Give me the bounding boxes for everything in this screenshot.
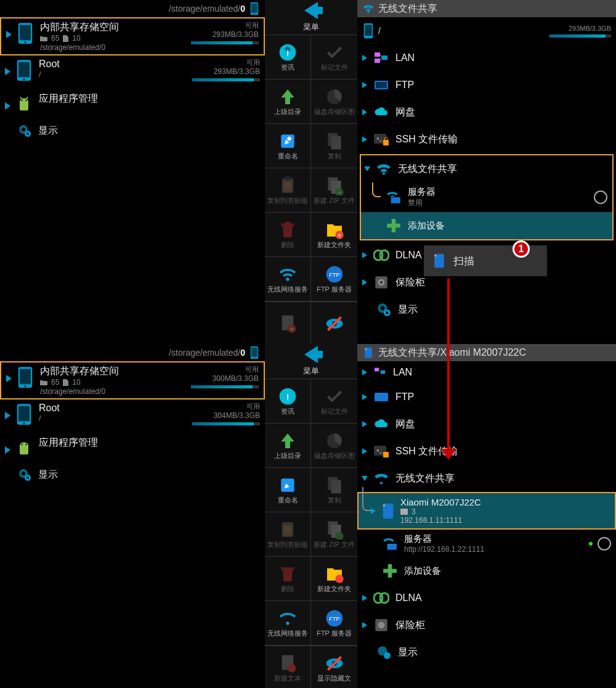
item-ssh[interactable]: >_SSH 文件传输: [357, 438, 616, 465]
item-cloud[interactable]: 网盘: [357, 411, 616, 438]
radio-toggle[interactable]: [594, 190, 607, 204]
storage-root[interactable]: Root/ 可用304MB/3.3GB: [0, 399, 265, 434]
tool-extra1[interactable]: +: [265, 301, 311, 346]
tool-up[interactable]: 上级目录: [265, 79, 311, 123]
expand-icon: [362, 252, 367, 258]
item-ftp[interactable]: FTP: [357, 72, 616, 99]
connector-line: [372, 182, 381, 197]
storage-name: 内部共享存储空间: [40, 21, 191, 33]
display-option[interactable]: 显示: [0, 118, 265, 143]
vault-icon: [373, 617, 389, 633]
tool-info[interactable]: i资讯: [265, 35, 311, 79]
svg-point-81: [22, 472, 25, 475]
svg-text:+: +: [337, 231, 341, 240]
expand-icon: [362, 421, 367, 427]
wifi-badge-icon: [382, 536, 398, 552]
back-button[interactable]: 菜单: [265, 344, 357, 379]
annotation-arrow: [447, 279, 450, 451]
item-server[interactable]: 服务器禁用: [361, 182, 612, 212]
storage-root[interactable]: Root / 可用 293MB/3.3GB: [0, 55, 265, 90]
item-display[interactable]: 显示: [357, 639, 616, 666]
tool-copy[interactable]: 复制: [311, 467, 357, 512]
display-option[interactable]: 显示: [0, 462, 265, 487]
item-xiaomi-device[interactable]: Xiaomi M2007J22C 3 192.168.1.11:1111: [357, 492, 616, 530]
item-add-device[interactable]: 添加设备: [357, 557, 616, 584]
item-display[interactable]: 显示: [357, 296, 616, 323]
wifi-icon: [376, 161, 392, 177]
storage-space: 293MB/3.3GB: [192, 67, 260, 76]
item-server[interactable]: 服务器http://192.168.1.22:1111: [357, 530, 616, 557]
tool-rename[interactable]: 重命名: [265, 123, 311, 168]
storage-internal[interactable]: 内部共享存储空间 6510 /storage/emulated/0 可用300M…: [0, 361, 265, 399]
storage-progress: [191, 41, 259, 44]
tool-zip[interactable]: 新建 ZIP 文件: [311, 512, 357, 556]
svg-point-79: [25, 444, 26, 445]
phone-star-icon: [381, 502, 395, 520]
tool-extra2[interactable]: [311, 301, 357, 346]
tool-copy[interactable]: 复制: [311, 123, 357, 168]
svg-point-8: [23, 78, 25, 80]
tool-disk[interactable]: 磁盘存储区图: [311, 79, 357, 123]
expand-icon: [362, 136, 367, 142]
ftp-icon: [373, 77, 389, 93]
tool-rename[interactable]: 重命名: [265, 467, 311, 512]
item-lan[interactable]: LAN: [357, 361, 616, 383]
top-toolbar: 菜单 i资讯 标记文件 上级目录 磁盘存储区图 重命名 复制 复制到剪贴板 +新…: [265, 0, 357, 344]
expand-icon: [6, 31, 12, 38]
tool-showhidden[interactable]: 显示隐藏文: [311, 645, 357, 688]
copy-icon: [325, 475, 344, 495]
storage-summary[interactable]: / 293MB/3.3GB: [357, 17, 616, 44]
item-lan[interactable]: LAN: [357, 44, 616, 72]
svg-rect-107: [375, 368, 379, 372]
item-ssh[interactable]: >_SSH 文件传输: [357, 126, 616, 153]
back-button[interactable]: 菜单: [265, 0, 357, 35]
item-wifi-share[interactable]: 无线文件共享: [357, 465, 616, 492]
tool-new-folder[interactable]: 新建文件夹: [311, 556, 357, 600]
item-wifi-share[interactable]: 无线文件共享: [361, 155, 612, 182]
item-cloud[interactable]: 网盘: [357, 99, 616, 126]
svg-text:>_: >_: [376, 448, 383, 453]
gear-icon: [376, 301, 392, 317]
gear-icon: [17, 123, 32, 138]
tool-delete[interactable]: 删除: [265, 556, 311, 600]
svg-point-64: [380, 281, 383, 284]
tool-clipboard[interactable]: 复制到剪贴板: [265, 512, 311, 556]
svg-line-11: [20, 97, 22, 99]
item-add-device[interactable]: 添加设备: [361, 212, 612, 239]
tool-mark[interactable]: 标记文件: [311, 379, 357, 423]
path-bar[interactable]: /storage/emulated/0: [0, 344, 265, 361]
tool-clipboard[interactable]: 复制到剪贴板: [265, 168, 311, 212]
radio-toggle[interactable]: [598, 537, 611, 551]
svg-rect-48: [382, 55, 387, 60]
item-ftp[interactable]: FTP: [357, 383, 616, 411]
tool-ftp[interactable]: FTPFTP 服务器: [311, 600, 357, 645]
tool-disk[interactable]: 磁盘存储区图: [311, 423, 357, 467]
tool-wifi[interactable]: 无线网络服务: [265, 600, 311, 645]
tool-wifi[interactable]: 无线网络服务: [265, 256, 311, 301]
tool-delete[interactable]: 删除: [265, 212, 311, 256]
zip-icon: +: [325, 176, 344, 195]
storage-internal[interactable]: 内部共享存储空间 65 10 /storage/emulated/0 可用 29…: [0, 17, 265, 55]
item-vault[interactable]: 保险柜: [357, 612, 616, 639]
svg-text:FTP: FTP: [329, 272, 340, 278]
tool-info[interactable]: i资讯: [265, 379, 311, 423]
svg-rect-89: [331, 480, 341, 493]
ftp-icon: [373, 389, 389, 405]
tool-mark[interactable]: 标记文件: [311, 35, 357, 79]
tool-newtext[interactable]: 新建文本: [265, 645, 311, 688]
path-bar[interactable]: /storage/emulated/0: [0, 0, 265, 17]
item-dlna[interactable]: DLNA: [357, 584, 616, 612]
tool-new-folder[interactable]: +新建文件夹: [311, 212, 357, 256]
expand-icon: [371, 508, 376, 514]
tool-ftp[interactable]: FTPFTP 服务器: [311, 256, 357, 301]
tool-zip[interactable]: +新建 ZIP 文件: [311, 168, 357, 212]
pie-icon: [325, 87, 344, 107]
up-arrow-icon: [278, 431, 298, 451]
info-icon: i: [278, 43, 298, 62]
tool-up[interactable]: 上级目录: [265, 423, 311, 467]
svg-rect-73: [20, 369, 31, 385]
svg-point-66: [381, 306, 385, 311]
folder-plus-icon: +: [325, 220, 344, 240]
app-manage[interactable]: 应用程序管理: [0, 434, 265, 462]
app-manage[interactable]: 应用程序管理: [0, 90, 265, 118]
